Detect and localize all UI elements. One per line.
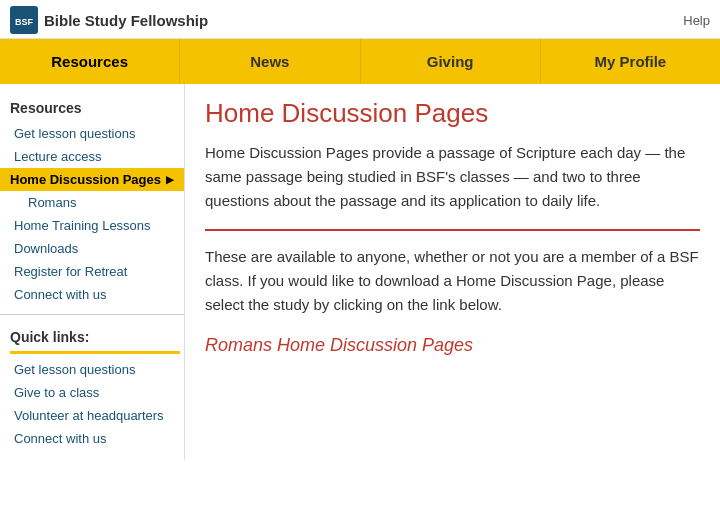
sidebar-resources-heading: Resources	[0, 94, 184, 122]
logo-area: BSF Bible Study Fellowship	[10, 6, 208, 34]
sidebar-quicklink-give-to-a-class[interactable]: Give to a class	[0, 381, 184, 404]
svg-text:BSF: BSF	[15, 17, 34, 27]
sidebar-item-connect-with-us[interactable]: Connect with us	[0, 283, 184, 306]
tab-giving[interactable]: Giving	[361, 39, 541, 84]
nav-tabs: Resources News Giving My Profile	[0, 39, 720, 84]
sidebar-item-home-training-lessons[interactable]: Home Training Lessons	[0, 214, 184, 237]
bsf-logo-icon: BSF	[10, 6, 38, 34]
sidebar-divider	[0, 314, 184, 315]
header: BSF Bible Study Fellowship Help	[0, 0, 720, 39]
sidebar-item-register-for-retreat[interactable]: Register for Retreat	[0, 260, 184, 283]
sidebar-quicklink-get-lesson-questions[interactable]: Get lesson questions	[0, 358, 184, 381]
tab-resources[interactable]: Resources	[0, 39, 180, 84]
intro-text: Home Discussion Pages provide a passage …	[205, 141, 700, 213]
tab-my-profile[interactable]: My Profile	[541, 39, 720, 84]
content-area: Home Discussion Pages Home Discussion Pa…	[185, 84, 720, 460]
sidebar: Resources Get lesson questions Lecture a…	[0, 84, 185, 460]
sidebar-quicklink-connect-with-us[interactable]: Connect with us	[0, 427, 184, 450]
main-layout: Resources Get lesson questions Lecture a…	[0, 84, 720, 460]
tab-news[interactable]: News	[180, 39, 360, 84]
sidebar-item-lecture-access[interactable]: Lecture access	[0, 145, 184, 168]
sidebar-item-home-discussion-pages[interactable]: Home Discussion Pages	[0, 168, 184, 191]
sidebar-quicklinks-heading: Quick links:	[0, 323, 184, 351]
sidebar-item-downloads[interactable]: Downloads	[0, 237, 184, 260]
body-text: These are available to anyone, whether o…	[205, 245, 700, 317]
romans-link[interactable]: Romans Home Discussion Pages	[205, 335, 473, 355]
sidebar-item-get-lesson-questions[interactable]: Get lesson questions	[0, 122, 184, 145]
sidebar-quicklink-volunteer[interactable]: Volunteer at headquarters	[0, 404, 184, 427]
help-link[interactable]: Help	[683, 13, 710, 28]
logo-text: Bible Study Fellowship	[44, 12, 208, 29]
content-divider	[205, 229, 700, 231]
sidebar-item-romans[interactable]: Romans	[0, 191, 184, 214]
sidebar-quicklinks-border	[10, 351, 180, 354]
page-title: Home Discussion Pages	[205, 98, 700, 129]
